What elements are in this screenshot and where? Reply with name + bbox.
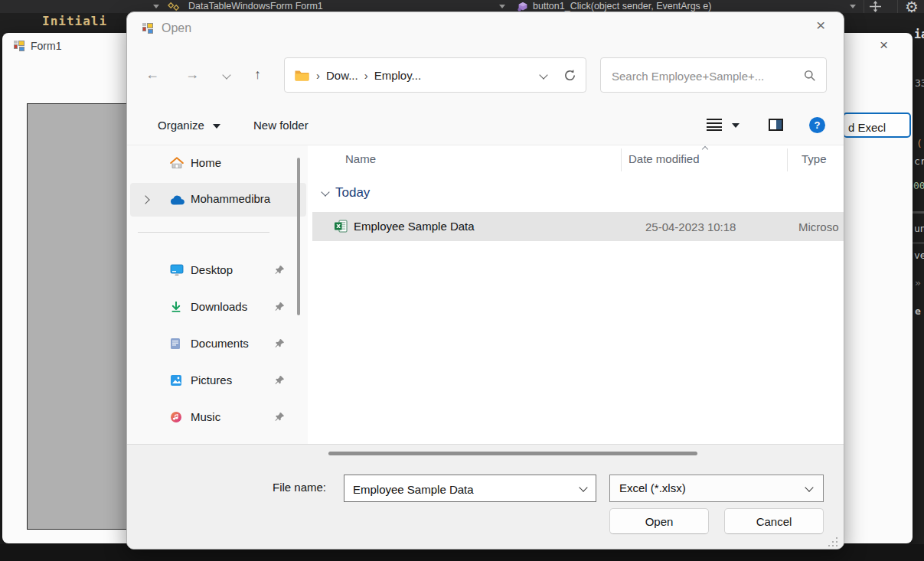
forward-icon[interactable]: → [185,67,199,82]
pin-icon [274,338,285,349]
file-name-label: File name: [273,481,326,494]
file-row[interactable]: Employee Sample Data 25-04-2023 10:18 Mi… [312,212,844,241]
sidebar-item-desktop[interactable]: Desktop [130,256,306,286]
onedrive-icon [170,195,185,205]
file-type: Microso [798,220,839,233]
code-fragment: » [915,277,921,289]
winforms-icon [13,40,25,52]
sidebar-item-downloads[interactable]: Downloads [130,292,306,323]
chevron-down-icon[interactable] [153,5,159,8]
chevron-down-icon[interactable] [222,70,230,79]
chevron-down-icon[interactable] [579,483,587,491]
code-fragment: Initiali [42,14,128,28]
organize-button[interactable]: Organize [158,119,204,132]
code-fragment: un [914,223,924,234]
search-input[interactable] [610,58,797,93]
code-fragment: 00 [913,180,924,191]
screen: DataTableWindowsForm Form1 button1_Click… [0,0,924,561]
file-name: Employee Sample Data [354,220,475,233]
chevron-down-icon[interactable] [213,124,220,129]
vs-method-dropdown[interactable]: button1_Click(object sender, EventArgs e… [533,1,711,11]
new-folder-button[interactable]: New folder [253,119,309,132]
group-label[interactable]: Today [335,185,370,201]
view-list-icon[interactable] [707,119,722,133]
open-dialog: Open × ← → ↑ › Dow... › Employ... [126,11,844,550]
file-name-combo [344,475,596,502]
cancel-button[interactable]: Cancel [724,508,824,534]
pin-icon [274,265,285,276]
file-date-modified: 25-04-2023 10:18 [645,220,736,233]
open-button[interactable]: Open [609,508,709,534]
chevron-down-icon[interactable] [539,70,547,79]
sidebar-item-label: Documents [191,337,249,350]
chevron-down-icon[interactable] [732,123,740,128]
back-icon[interactable]: ← [145,67,159,82]
preview-pane-icon[interactable] [769,119,783,131]
sidebar-item-music[interactable]: Music [130,403,306,433]
split-view-icon[interactable] [870,1,881,12]
method-icon [518,2,528,11]
class-icon [168,2,180,11]
breadcrumb-segment[interactable]: Dow... [326,69,358,82]
breadcrumb-segment[interactable]: Employ... [374,69,421,82]
file-type-select[interactable]: Excel (*.xlsx) [609,475,824,502]
breadcrumb-separator: › [364,69,368,82]
pin-icon [274,302,285,312]
divider [897,0,898,13]
address-bar[interactable]: › Dow... › Employ... [284,57,586,93]
help-icon[interactable]: ? [809,117,825,133]
winforms-icon [142,22,154,34]
sidebar-item-label: Music [191,410,220,423]
sidebar-item-home[interactable]: Home [130,148,306,179]
datagrid-placeholder [27,103,129,530]
gear-icon[interactable]: ⚙ [905,0,919,15]
sidebar-item-label: Home [191,156,221,169]
divider [913,211,924,214]
chevron-down-icon[interactable] [805,483,813,491]
desktop-icon [170,264,184,276]
music-icon [170,411,182,423]
divider [913,242,924,244]
sidebar-item-documents[interactable]: Documents [130,329,306,360]
excel-file-icon [334,220,348,233]
chevron-right-icon[interactable] [141,195,149,204]
column-header-name[interactable]: Name [345,152,376,165]
divider [138,232,269,233]
load-excel-button[interactable]: d Execl [843,113,911,138]
divider [864,0,864,13]
column-header-type[interactable]: Type [802,152,827,165]
sidebar-item-pictures[interactable]: Pictures [130,366,306,396]
close-icon[interactable]: × [880,37,888,54]
column-divider[interactable] [787,148,788,171]
breadcrumb-separator: › [316,69,320,82]
column-header-date-modified[interactable]: Date modified [629,152,700,165]
code-fragment: ve [914,250,924,261]
refresh-icon[interactable] [563,69,576,82]
file-name-input[interactable] [351,475,576,503]
sidebar-item-label: Downloads [191,300,247,313]
file-type-value: Excel (*.xlsx) [619,481,686,494]
dialog-title: Open [162,21,191,35]
sidebar-item-label: Pictures [191,373,232,387]
resize-grip[interactable] [828,537,837,546]
up-icon[interactable]: ↑ [254,67,261,82]
horizontal-scrollbar[interactable] [328,452,697,455]
sidebar-item-onedrive[interactable]: Mohammedibra [130,183,306,217]
search-box [600,57,827,93]
home-icon [170,157,184,169]
sidebar-item-label: Mohammedibra [191,192,289,205]
chevron-down-icon[interactable] [850,5,856,8]
sidebar-item-label: Desktop [191,263,233,276]
documents-icon [170,338,181,350]
file-list-area [308,145,844,444]
pin-icon [274,412,285,422]
downloads-icon [170,301,182,313]
chevron-down-icon[interactable] [499,5,505,8]
search-icon[interactable] [804,70,816,82]
code-fragment: e [915,305,921,317]
vs-class-dropdown[interactable]: DataTableWindowsForm Form1 [188,1,323,11]
close-icon[interactable]: × [816,16,825,34]
code-fragment: ia [914,28,924,41]
pictures-icon [170,374,182,387]
column-divider[interactable] [621,148,622,171]
